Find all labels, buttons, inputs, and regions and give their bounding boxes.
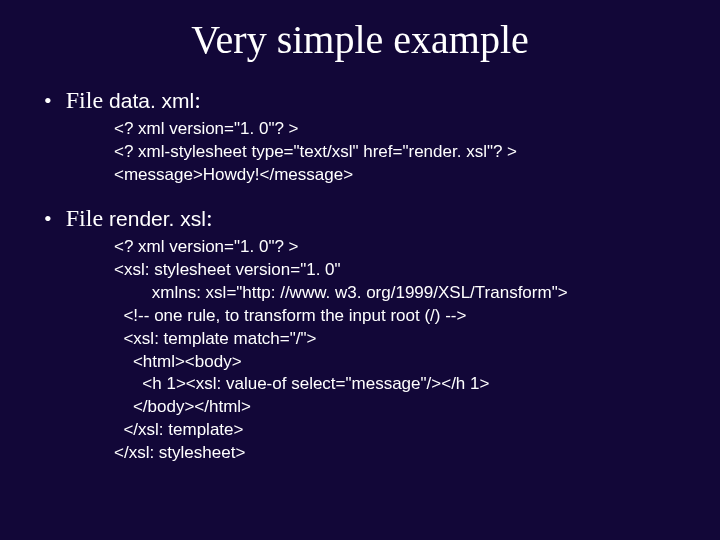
bullet-2-prefix: File bbox=[66, 205, 109, 231]
bullet-1-text: File data. xml: bbox=[66, 87, 201, 114]
bullet-1-prefix: File bbox=[66, 87, 109, 113]
slide-title: Very simple example bbox=[40, 16, 680, 63]
code-block-1: <? xml version="1. 0"? > <? xml-styleshe… bbox=[114, 118, 680, 187]
bullet-2-text: File render. xsl: bbox=[66, 205, 213, 232]
bullet-2: • File render. xsl: bbox=[44, 205, 680, 232]
bullet-dot-icon: • bbox=[44, 208, 52, 230]
slide: Very simple example • File data. xml: <?… bbox=[0, 0, 720, 540]
bullet-1: • File data. xml: bbox=[44, 87, 680, 114]
bullet-1-suffix: : bbox=[194, 87, 201, 113]
bullet-1-filename: data. xml bbox=[109, 89, 194, 112]
bullet-2-filename: render. xsl bbox=[109, 207, 206, 230]
bullet-dot-icon: • bbox=[44, 90, 52, 112]
bullet-2-suffix: : bbox=[206, 205, 213, 231]
code-block-2: <? xml version="1. 0"? > <xsl: styleshee… bbox=[114, 236, 680, 465]
